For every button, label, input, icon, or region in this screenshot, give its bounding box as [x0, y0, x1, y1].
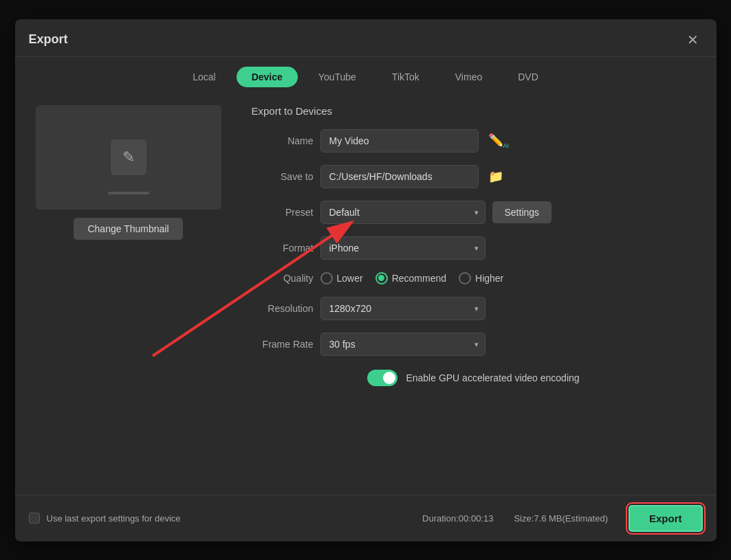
- format-label: Format: [252, 243, 314, 254]
- preset-row: Preset Default Custom ▾ Settings: [252, 201, 696, 224]
- pencil-icon: ✎: [122, 148, 135, 166]
- footer-left: Use last export settings for device: [29, 513, 181, 524]
- radio-lower-circle: [320, 272, 333, 284]
- thumbnail-icon: ✎: [111, 139, 146, 175]
- format-select[interactable]: iPhone iPad Android Apple TV: [320, 236, 485, 260]
- settings-button[interactable]: Settings: [492, 201, 552, 223]
- tab-local[interactable]: Local: [177, 67, 230, 87]
- folder-icon: 📁: [488, 170, 503, 183]
- radio-higher-circle: [459, 272, 471, 284]
- last-settings-checkbox[interactable]: [29, 513, 40, 524]
- modal-footer: Use last export settings for device Dura…: [15, 495, 717, 541]
- frame-rate-select[interactable]: 30 fps 24 fps 60 fps: [320, 333, 485, 356]
- tab-tiktok[interactable]: TikTok: [377, 67, 435, 87]
- format-select-wrap: iPhone iPad Android Apple TV ▾: [320, 236, 485, 260]
- frame-rate-label: Frame Rate: [252, 339, 314, 350]
- tab-dvd[interactable]: DVD: [503, 67, 554, 87]
- duration-info: Duration:00:00:13: [422, 513, 493, 524]
- settings-panel: Export to Devices Name ✏️AI Save to 📁: [245, 105, 703, 495]
- quality-higher[interactable]: Higher: [459, 272, 503, 284]
- preset-select[interactable]: Default Custom: [320, 201, 485, 224]
- thumbnail-panel: ✎ Change Thumbnail: [29, 105, 228, 495]
- toggle-knob: [383, 372, 395, 384]
- preset-select-wrap: Default Custom ▾: [320, 201, 485, 224]
- resolution-row: Resolution 1280x720 1920x1080 720x480 ▾: [252, 297, 696, 320]
- resolution-select-wrap: 1280x720 1920x1080 720x480 ▾: [320, 297, 485, 320]
- quality-label: Quality: [252, 273, 314, 284]
- export-button[interactable]: Export: [629, 505, 703, 532]
- frame-rate-select-wrap: 30 fps 24 fps 60 fps ▾: [320, 333, 485, 356]
- tabs-bar: Local Device YouTube TikTok Vimeo DVD: [15, 57, 717, 94]
- resolution-label: Resolution: [252, 303, 314, 314]
- section-title: Export to Devices: [252, 105, 696, 117]
- gpu-label: Enable GPU accelerated video encoding: [406, 372, 579, 383]
- format-row: Format iPhone iPad Android Apple TV ▾: [252, 236, 696, 260]
- close-button[interactable]: ✕: [684, 30, 703, 49]
- save-to-input[interactable]: [320, 165, 479, 188]
- browse-folder-button[interactable]: 📁: [485, 166, 506, 187]
- modal-overlay: Export ✕ Local Device YouTube TikTok Vim…: [0, 0, 731, 560]
- quality-higher-label: Higher: [475, 273, 503, 284]
- quality-row: Quality Lower Recommend Higher: [252, 272, 696, 284]
- ai-icon: ✏️AI: [488, 133, 510, 149]
- tab-device[interactable]: Device: [237, 67, 298, 87]
- gpu-row: Enable GPU accelerated video encoding: [252, 370, 696, 386]
- thumbnail-preview: ✎: [36, 105, 221, 210]
- quality-recommend[interactable]: Recommend: [375, 272, 446, 284]
- gpu-toggle[interactable]: [367, 370, 397, 386]
- quality-recommend-label: Recommend: [392, 273, 446, 284]
- radio-recommend-circle: [375, 272, 388, 284]
- export-modal: Export ✕ Local Device YouTube TikTok Vim…: [15, 19, 717, 541]
- frame-rate-row: Frame Rate 30 fps 24 fps 60 fps ▾: [252, 333, 696, 356]
- name-row: Name ✏️AI: [252, 129, 696, 153]
- quality-radio-group: Lower Recommend Higher: [320, 272, 504, 284]
- thumbnail-line: [108, 192, 149, 194]
- size-info: Size:7.6 MB(Estimated): [514, 513, 608, 524]
- tab-vimeo[interactable]: Vimeo: [440, 67, 497, 87]
- last-settings-label: Use last export settings for device: [47, 513, 181, 524]
- resolution-select[interactable]: 1280x720 1920x1080 720x480: [320, 297, 485, 320]
- save-to-row: Save to 📁: [252, 165, 696, 188]
- save-to-label: Save to: [252, 171, 314, 182]
- tab-youtube[interactable]: YouTube: [303, 67, 371, 87]
- change-thumbnail-button[interactable]: Change Thumbnail: [74, 218, 182, 240]
- modal-body: ✎ Change Thumbnail Export to Devices Nam…: [15, 94, 717, 495]
- preset-label: Preset: [252, 207, 314, 218]
- footer-right: Duration:00:00:13 Size:7.6 MB(Estimated)…: [422, 505, 702, 532]
- modal-title: Export: [29, 32, 68, 47]
- name-input[interactable]: [320, 129, 479, 153]
- ai-rename-button[interactable]: ✏️AI: [485, 130, 512, 152]
- modal-header: Export ✕: [15, 19, 717, 57]
- name-label: Name: [252, 135, 314, 146]
- quality-lower-label: Lower: [337, 273, 363, 284]
- quality-lower[interactable]: Lower: [320, 272, 363, 284]
